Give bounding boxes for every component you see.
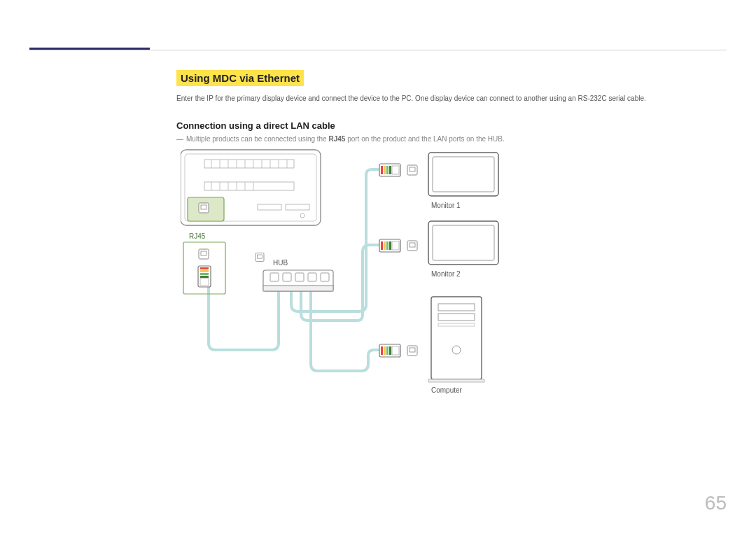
svg-rect-55 xyxy=(428,379,484,382)
primary-device-back-panel xyxy=(181,150,321,225)
label-computer: Computer xyxy=(431,386,462,394)
section-title: Using MDC via Ethernet xyxy=(176,70,304,86)
subheading: Connection using a direct LAN cable xyxy=(176,120,721,131)
label-monitor1: Monitor 1 xyxy=(431,202,461,209)
svg-rect-42 xyxy=(283,273,291,281)
page-number: 65 xyxy=(705,492,727,514)
connection-diagram: RJ45 HUB Monitor 1 Monitor 2 Computer xyxy=(181,140,517,406)
label-hub: HUB xyxy=(273,259,288,267)
monitor-1 xyxy=(379,153,498,196)
monitor-2 xyxy=(379,221,498,265)
svg-rect-47 xyxy=(433,157,494,192)
svg-rect-50 xyxy=(431,297,482,379)
svg-rect-40 xyxy=(263,286,333,291)
svg-rect-43 xyxy=(295,273,304,281)
svg-rect-49 xyxy=(433,225,494,260)
hub-device xyxy=(255,253,333,292)
svg-rect-45 xyxy=(321,273,329,281)
svg-rect-41 xyxy=(270,273,279,281)
label-rj45: RJ45 xyxy=(189,232,205,240)
label-monitor2: Monitor 2 xyxy=(431,270,461,278)
diagram-svg xyxy=(181,140,517,406)
computer-tower xyxy=(379,297,484,382)
svg-rect-44 xyxy=(308,273,316,281)
intro-paragraph: Enter the IP for the primary display dev… xyxy=(176,93,721,104)
header-divider xyxy=(29,50,727,50)
rj45-callout xyxy=(183,242,225,294)
content-area: Using MDC via Ethernet Enter the IP for … xyxy=(176,70,721,143)
